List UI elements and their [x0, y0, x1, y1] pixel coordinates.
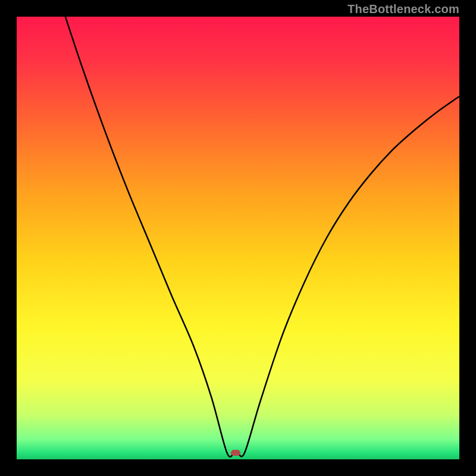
gradient-background	[17, 17, 459, 459]
optimal-point-marker	[231, 450, 240, 456]
chart-frame: TheBottleneck.com	[0, 0, 476, 476]
plot-area	[17, 17, 459, 459]
chart-svg	[17, 17, 459, 459]
watermark-text: TheBottleneck.com	[347, 2, 459, 16]
